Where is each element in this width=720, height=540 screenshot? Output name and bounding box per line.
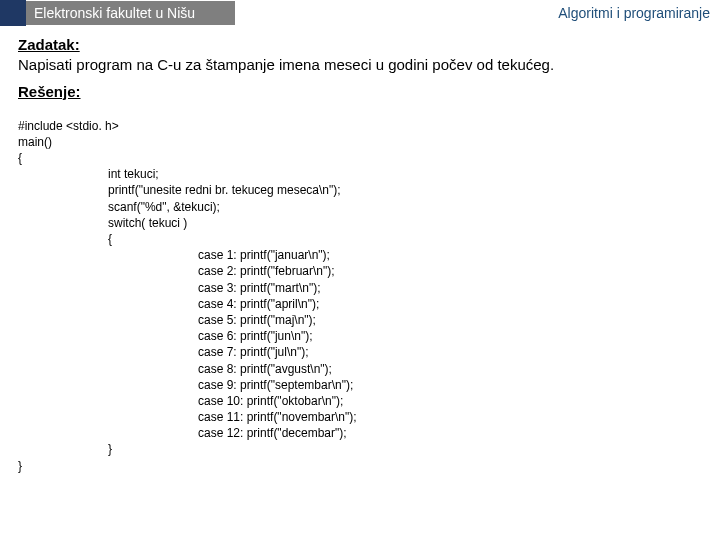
code-line: printf("unesite redni br. tekuceg meseca… [18, 182, 706, 198]
code-line: #include <stdio. h> [18, 119, 119, 133]
code-line: case 5: printf("maj\n"); [18, 312, 706, 328]
content-area: Zadatak: Napisati program na C-u za štam… [0, 26, 720, 474]
code-line: switch( tekuci ) [18, 215, 706, 231]
code-line: { [18, 231, 706, 247]
code-line: main() [18, 135, 52, 149]
code-line: case 10: printf("oktobar\n"); [18, 393, 706, 409]
code-line: case 8: printf("avgust\n"); [18, 361, 706, 377]
code-line: case 6: printf("jun\n"); [18, 328, 706, 344]
code-line: { [18, 151, 22, 165]
header-square-icon [0, 0, 26, 26]
code-line: scanf("%d", &tekuci); [18, 199, 706, 215]
header-left-title: Elektronski fakultet u Nišu [26, 1, 235, 25]
header-bar: Elektronski fakultet u Nišu Algoritmi i … [0, 0, 720, 26]
code-line: case 2: printf("februar\n"); [18, 263, 706, 279]
code-line: case 12: printf("decembar"); [18, 425, 706, 441]
code-line: case 11: printf("novembar\n"); [18, 409, 706, 425]
code-line: } [18, 441, 706, 457]
code-line: case 3: printf("mart\n"); [18, 280, 706, 296]
task-text: Napisati program na C-u za štampanje ime… [18, 55, 706, 75]
header-right-title: Algoritmi i programiranje [558, 5, 720, 21]
task-heading: Zadatak: [18, 36, 706, 53]
solution-heading: Rešenje: [18, 83, 706, 100]
code-line: case 7: printf("jul\n"); [18, 344, 706, 360]
code-line: case 1: printf("januar\n"); [18, 247, 706, 263]
code-line: case 4: printf("april\n"); [18, 296, 706, 312]
code-line: int tekuci; [18, 166, 706, 182]
code-line: } [18, 459, 22, 473]
code-line: case 9: printf("septembar\n"); [18, 377, 706, 393]
code-block: #include <stdio. h> main() { int tekuci;… [18, 102, 706, 474]
